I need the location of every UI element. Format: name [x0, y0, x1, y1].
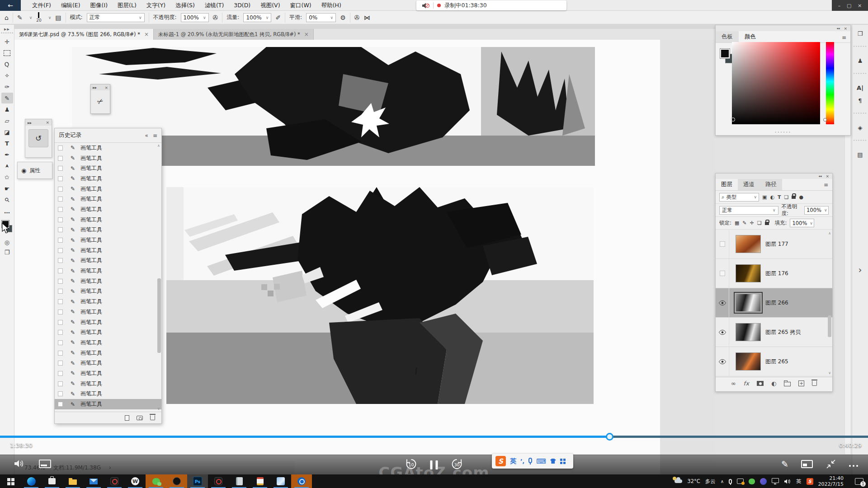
history-source-checkbox[interactable] [58, 187, 63, 192]
menu-item[interactable]: 帮助(H) [316, 0, 346, 11]
layer-name[interactable]: 图层 265 拷贝 [765, 328, 801, 336]
history-entry[interactable]: ✎ 画笔工具 [55, 184, 161, 194]
tool-button[interactable] [1, 115, 13, 126]
history-entry[interactable]: ✎ 画笔工具 [55, 245, 161, 256]
history-source-checkbox[interactable] [58, 381, 63, 386]
taskbar-app-button[interactable] [166, 474, 187, 488]
app-tray-icon[interactable] [760, 478, 767, 485]
tool-button[interactable] [1, 93, 13, 103]
player-progress-handle[interactable] [606, 433, 613, 441]
tool-button[interactable] [1, 183, 13, 194]
history-source-checkbox[interactable] [58, 320, 63, 325]
add-layer-mask-icon[interactable] [757, 381, 764, 386]
symmetry-butterfly-icon[interactable]: ⋈ [363, 14, 370, 21]
history-source-checkbox[interactable] [58, 299, 63, 304]
layer-visibility-toggle[interactable] [716, 259, 729, 288]
menu-item[interactable]: 文件(F) [27, 0, 56, 11]
color-field-marker[interactable] [731, 117, 735, 122]
taskbar-app-button[interactable]: Ps [187, 474, 208, 488]
lock-transparency-icon[interactable]: ▦ [735, 220, 739, 226]
layer-visibility-toggle[interactable] [716, 318, 729, 347]
tool-button[interactable] [1, 104, 13, 115]
saturation-brightness-field[interactable] [732, 42, 820, 124]
tool-button[interactable] [1, 138, 13, 149]
history-entry[interactable]: ✎ 画笔工具 [55, 348, 161, 358]
layer-thumbnail[interactable] [736, 323, 761, 341]
filter-toggle-icon[interactable]: ● [799, 194, 803, 200]
layer-thumbnail[interactable] [736, 264, 761, 282]
screen-mode-icon[interactable]: ❐ [5, 249, 10, 256]
document-tab[interactable]: 第6课第七课.psd @ 73.5% (图层 266, RGB/8#) * × [14, 29, 154, 40]
character-panel-icon[interactable]: A| [854, 82, 866, 94]
tool-button[interactable] [1, 70, 13, 81]
panel-menu-icon[interactable]: ≡ [842, 34, 846, 41]
clock[interactable]: 21:40 2022/7/15 [818, 475, 844, 487]
layer-row[interactable]: 图层 266 [716, 288, 832, 318]
libraries-panel-icon[interactable]: ❒ [854, 28, 866, 39]
microphone-tray-icon[interactable] [729, 479, 732, 484]
smoothing-select[interactable]: 0%∨ [306, 13, 336, 22]
weather-label[interactable]: 多云 [705, 478, 716, 485]
collapse-panel-icon[interactable]: ◂◂ [818, 174, 821, 178]
layer-row[interactable]: 图层 265 [716, 347, 832, 376]
history-source-checkbox[interactable] [58, 197, 63, 202]
history-entry[interactable]: ✎ 画笔工具 [55, 399, 161, 409]
flow-select[interactable]: 100%∨ [243, 13, 271, 22]
scroll-down-icon[interactable]: ∨ [828, 371, 831, 375]
layer-opacity-select[interactable]: 100%∨ [804, 206, 829, 215]
close-icon[interactable]: × [844, 26, 847, 31]
blend-mode-select[interactable]: 正常∨ [87, 13, 145, 22]
3d-panel-icon[interactable]: ◈ [854, 122, 866, 133]
close-icon[interactable]: × [46, 120, 49, 125]
layer-style-fx-icon[interactable]: fx [744, 380, 749, 387]
layer-name[interactable]: 图层 265 [765, 358, 788, 366]
menu-item[interactable]: 窗口(W) [285, 0, 316, 11]
history-source-checkbox[interactable] [58, 310, 63, 314]
layer-row[interactable]: 图层 265 拷贝 [716, 318, 832, 347]
picture-in-picture-icon[interactable] [801, 460, 813, 468]
history-entry[interactable]: ✎ 画笔工具 [55, 389, 161, 399]
ime-microphone-icon[interactable] [528, 458, 532, 463]
volume-icon[interactable] [14, 459, 24, 469]
muted-speaker-icon[interactable] [422, 2, 429, 9]
tab-layers[interactable]: 图层 [716, 179, 738, 190]
taskbar-app-button[interactable] [83, 474, 104, 488]
player-progress-track[interactable] [0, 436, 868, 438]
filter-adjustment-layers-icon[interactable]: ◐ [770, 194, 774, 200]
tool-button[interactable] [1, 172, 13, 183]
volume-tray-icon[interactable] [784, 479, 791, 484]
tool-button[interactable] [1, 59, 13, 70]
collapse-panel-icon[interactable]: « [145, 132, 148, 139]
ime-toolbox-icon[interactable] [560, 459, 562, 461]
taskbar-app-button[interactable] [62, 474, 83, 488]
menu-item[interactable]: 图像(I) [85, 0, 113, 11]
filter-smart-objects-icon[interactable] [792, 196, 796, 199]
panel-menu-icon[interactable]: ≡ [824, 182, 828, 188]
annotate-pencil-icon[interactable]: ✎ [781, 459, 788, 469]
layer-name[interactable]: 图层 176 [765, 270, 788, 277]
history-source-checkbox[interactable] [58, 176, 63, 181]
layer-name[interactable]: 图层 177 [765, 240, 788, 248]
tool-button[interactable] [1, 194, 13, 205]
tab-paths[interactable]: 路径 [760, 179, 782, 190]
color-swatches[interactable] [1, 220, 14, 236]
hue-slider-marker[interactable] [823, 118, 827, 122]
taskbar-app-button[interactable] [229, 474, 250, 488]
foreground-color-swatch[interactable] [720, 49, 730, 58]
close-tab-icon[interactable]: × [144, 31, 149, 38]
lock-all-icon[interactable] [765, 222, 769, 225]
history-source-checkbox[interactable] [58, 402, 63, 407]
layer-visibility-toggle[interactable] [716, 347, 729, 376]
filter-pixel-layers-icon[interactable]: ▣ [762, 194, 767, 200]
tool-button[interactable] [1, 36, 13, 47]
history-source-checkbox[interactable] [58, 166, 63, 171]
history-entry[interactable]: ✎ 画笔工具 [55, 256, 161, 266]
history-source-checkbox[interactable] [58, 391, 63, 396]
pressure-opacity-icon[interactable]: ✇ [213, 14, 218, 21]
menu-item[interactable]: 滤镜(T) [200, 0, 229, 11]
brush-preset-icon[interactable]: ✎ [17, 14, 23, 21]
history-source-checkbox[interactable] [58, 217, 63, 222]
close-tab-icon[interactable]: × [304, 31, 309, 38]
history-source-checkbox[interactable] [58, 330, 63, 335]
history-entry[interactable]: ✎ 画笔工具 [55, 266, 161, 276]
